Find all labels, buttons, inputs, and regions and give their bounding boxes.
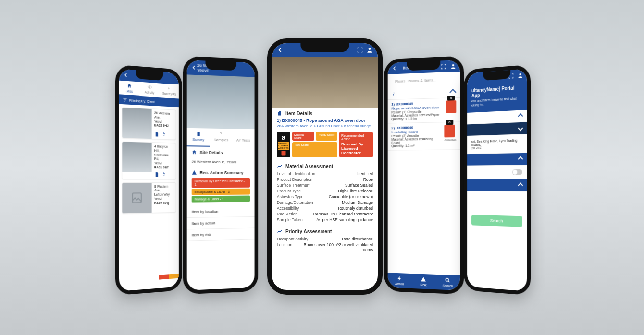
svg-rect-1 (133, 193, 141, 203)
accordion-toggle-row[interactable] (467, 165, 527, 179)
site-card[interactable]: 26 Western Ave, Yeovil BA22 9HJ (122, 107, 176, 140)
site-photo-placeholder (122, 182, 151, 213)
kv-row: Product DescriptionRope (277, 177, 373, 182)
item-title: 1) BX000045 - Rope around AGA oven door (272, 118, 378, 123)
tab-airtests[interactable]: Air Tests (232, 129, 254, 147)
rec-action-pill[interactable]: Encapsulate & Label - 3 (192, 189, 250, 195)
home-icon (192, 149, 197, 155)
document-icon[interactable] (154, 132, 159, 137)
accordion-row[interactable] (467, 179, 527, 192)
qr-badge[interactable] (445, 125, 455, 138)
kv-row: Damage/DetoriationMedium Damage (277, 200, 373, 205)
document-icon[interactable] (154, 172, 159, 177)
bolt-icon (396, 275, 402, 281)
breadcrumb[interactable]: 26A Western Avenue > Ground Floor > Kitc… (272, 123, 378, 131)
tab-label: Surveying (162, 92, 176, 96)
scan-icon[interactable] (357, 47, 363, 53)
site-card[interactable]: 8 Western Ave, Lufton Way, Yeovil BA22 8… (122, 182, 176, 213)
accordion-row[interactable] (467, 122, 527, 136)
profile-icon[interactable] (366, 47, 373, 53)
filter-icon (123, 97, 127, 103)
chevron-up-icon (518, 113, 523, 119)
welcome-title: ultancyName] Portal App (471, 84, 522, 98)
material-score-gauge: Material Score (292, 132, 314, 141)
site-photo (122, 142, 151, 173)
filter-label: Filtering By: Client (129, 98, 155, 103)
svg-rect-6 (282, 151, 286, 156)
clipboard-icon (277, 110, 283, 116)
site-address-text: 26 Western Avenue, Yeovil (187, 157, 255, 168)
profile-icon[interactable] (449, 62, 456, 70)
qr-caption: Asbestos (445, 138, 457, 141)
tab-samples[interactable]: Samples (210, 129, 232, 147)
bottom-nav: Action Risk Search (388, 273, 460, 290)
item-row[interactable]: 2) BX000046 Insulating board Result: (2)… (388, 122, 460, 151)
notch (205, 61, 236, 71)
back-icon[interactable] (277, 47, 284, 53)
section-priority-assessment: Priority Assessment (272, 226, 378, 236)
qr-badge[interactable] (446, 100, 456, 113)
notch (407, 61, 440, 71)
link-item-by-location[interactable]: Item by location (187, 205, 255, 218)
svg-point-3 (446, 278, 449, 281)
section-site-details: Site Details (187, 146, 255, 157)
tab-label: Sites (126, 89, 133, 93)
search-icon (445, 277, 451, 284)
kv-row: LocationRooms over 100m^2 or well-ventil… (277, 242, 373, 252)
tab-label: Activity (145, 90, 155, 94)
section-item-details: Item Details (272, 108, 378, 118)
tab-activity[interactable]: Activity (139, 82, 159, 98)
back-icon[interactable] (123, 72, 129, 79)
back-icon[interactable] (191, 64, 197, 71)
kv-row: Sample TakenAs per HSE sampling guidance (277, 217, 373, 223)
priority-score-gauge: Priority Score (316, 132, 338, 141)
site-address: 8 Western Ave, Lufton Way, Yeovil BA22 8… (154, 184, 173, 205)
site-address: 26 Western Ave, Yeovil BA22 9HJ (154, 111, 173, 128)
svg-point-0 (149, 86, 150, 88)
nav-risk[interactable]: Risk (411, 274, 435, 289)
search-input[interactable]: Floors, Rooms & Items… (391, 74, 456, 86)
trend-icon (277, 163, 283, 169)
profile-icon[interactable] (517, 72, 523, 79)
microscope-icon[interactable] (162, 132, 167, 137)
accordion-row[interactable] (467, 153, 527, 166)
svg-point-5 (369, 48, 371, 50)
svg-point-2 (452, 64, 454, 66)
kv-row: Occupant ActivityRare disturbance (277, 236, 373, 242)
site-hero-photo (187, 74, 255, 129)
phone-filters: Filters ultancyName] Portal App ons and … (464, 64, 531, 295)
scan-icon[interactable] (440, 63, 446, 70)
tab-survey[interactable]: Survey (187, 128, 210, 147)
warning-icon (192, 170, 197, 175)
tab-sites[interactable]: Sites (119, 81, 140, 96)
kv-row: Level of IdentificationIdentified (277, 171, 373, 177)
search-button[interactable]: Search (471, 215, 522, 227)
qr-icon (280, 150, 287, 156)
kv-row: AccessibilityRoutinely disturbed (277, 205, 373, 211)
accordion-site-row[interactable]: urt, Sea King Road, Lynx Trading Estate,… (467, 134, 527, 154)
nav-action[interactable]: Action (388, 273, 411, 288)
toggle-switch[interactable] (512, 169, 522, 175)
link-item-by-risk[interactable]: Item by risk (187, 228, 255, 241)
site-photo (122, 108, 151, 139)
chevron-down-icon (518, 125, 523, 131)
kv-row: Product TypeHigh Fibre Release (277, 188, 373, 194)
microscope-icon[interactable] (162, 172, 167, 177)
kv-row: Asbestos TypeCrocidolite (or unknown) (277, 194, 373, 200)
rec-action-pill[interactable]: Manage & Label - 1 (192, 196, 250, 203)
group-count: 7 (392, 92, 395, 96)
score-panel: a WARNING CONTAINS ASBESTOS Material Sco… (277, 132, 373, 157)
asbestos-warning-label: a WARNING CONTAINS ASBESTOS (277, 132, 290, 157)
link-item-by-action[interactable]: Item by action (187, 217, 255, 229)
site-card[interactable]: 4 Babylon Hill, Sherborne Rd, Yeovil BA2… (122, 141, 176, 179)
back-icon[interactable] (391, 65, 397, 72)
phone-home: Home Sites Activity Surveying Filtering … (115, 64, 182, 295)
rec-action-pill[interactable]: Removal By Licensed Contractor - 1 (192, 178, 250, 188)
nav-search[interactable]: Search (435, 275, 460, 290)
recommended-action-box: Recommended Action Removal By Licensed C… (339, 132, 373, 157)
tab-surveying[interactable]: Surveying (160, 83, 179, 98)
svg-point-4 (519, 73, 521, 75)
kv-row: Rec. ActionRemoval By Licensed Contracto… (277, 211, 373, 217)
site-address: 4 Babylon Hill, Sherborne Rd, Yeovil BA2… (154, 144, 173, 170)
section-material-assessment: Material Assessment (272, 160, 378, 171)
